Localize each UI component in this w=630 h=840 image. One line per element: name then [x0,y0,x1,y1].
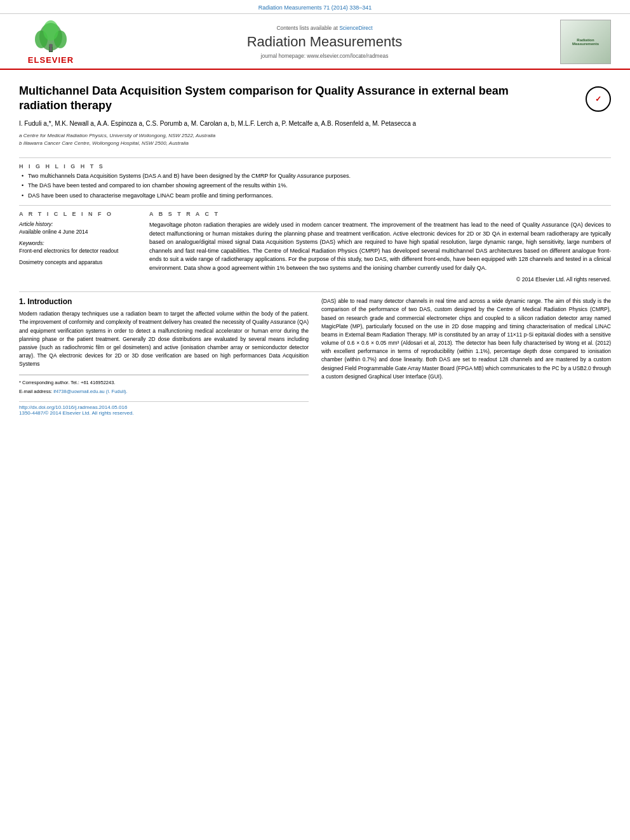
abstract-text: Megavoltage photon radiation therapies a… [149,221,611,272]
intro-heading: 1. Introduction [19,297,309,306]
intro-text-1: Modern radiation therapy techniques use … [19,310,309,368]
svg-point-4 [43,20,58,41]
available-date: Available online 4 June 2014 [19,229,137,235]
crossmark-logo [586,86,611,112]
header-right: RadiationMeasurements [560,20,617,64]
cover-text: RadiationMeasurements [570,36,601,48]
history-label: Article history: [19,221,137,227]
article-title: Multichannel Data Acquisition System com… [19,84,527,114]
contents-text: Contents lists available at [276,25,337,31]
header-section: ELSEVIER Contents lists available at Sci… [0,14,630,70]
body-section: 1. Introduction Modern radiation therapy… [19,291,611,418]
body-col-right: (DAS) able to read many detector channel… [321,297,611,418]
email-label: E-mail address: [19,389,52,394]
keywords-label: Keywords: [19,240,137,246]
main-content: Multichannel Data Acquisition System com… [0,70,630,426]
bottom-bar: http://dx.doi.org/10.1016/j.radmeas.2014… [19,401,309,418]
divider-2 [19,205,611,206]
elsevier-brand: ELSEVIER [28,55,74,65]
body-col-left: 1. Introduction Modern radiation therapy… [19,297,309,418]
email-footnote: E-mail address: if4738@uowmail.edu.au (I… [19,388,309,395]
highlight-item-1: Two multichannels Data Acquisition Syste… [19,172,611,181]
header-center: Contents lists available at ScienceDirec… [89,25,560,59]
keyword-1: Front-end electronics for detector reado… [19,248,137,254]
highlights-heading: H I G H L I G H T S [19,163,611,170]
corresponding-author: * Corresponding author. Tel.: +61 416952… [19,379,309,386]
doi-link-text: http://dx.doi.org/10.1016/j.radmeas.2014… [19,404,309,410]
article-info-abstract: A R T I C L E I N F O Article history: A… [19,211,611,283]
svg-rect-6 [50,48,52,51]
svg-point-5 [49,44,53,48]
email-link[interactable]: if4738@uowmail.edu.au (I. Fuduli). [53,389,127,394]
journal-reference-link[interactable]: Radiation Measurements 71 (2014) 338–341 [258,4,372,11]
body-two-col: 1. Introduction Modern radiation therapy… [19,297,611,418]
elsevier-tree-icon [29,19,73,54]
divider-1 [19,157,611,158]
highlight-item-3: DAS have been used to characterise megav… [19,192,611,201]
abstract-col: A B S T R A C T Megavoltage photon radia… [149,211,611,283]
article-title-section: Multichannel Data Acquisition System com… [19,77,611,152]
header-left: ELSEVIER [13,19,89,65]
affiliations: a Centre for Medical Radiation Physics, … [19,132,527,147]
top-bar: Radiation Measurements 71 (2014) 338–341 [0,0,630,14]
authors-line: I. Fuduli a,*, M.K. Newall a, A.A. Espin… [19,119,527,128]
intro-text-2: (DAS) able to read many detector channel… [321,297,611,381]
journal-homepage: journal homepage: www.elsevier.com/locat… [89,53,560,59]
abstract-heading: A B S T R A C T [149,211,611,217]
contents-line: Contents lists available at ScienceDirec… [89,25,560,31]
elsevier-logo: ELSEVIER [13,19,89,65]
sciencedirect-link[interactable]: ScienceDirect [339,25,372,31]
copyright-line: © 2014 Elsevier Ltd. All rights reserved… [149,276,611,283]
affiliation-a: a Centre for Medical Radiation Physics, … [19,132,527,140]
keyword-2: Dosimetry concepts and apparatus [19,259,137,265]
highlight-item-2: The DAS have been tested and compared to… [19,182,611,190]
issn-text: 1350-4487/© 2014 Elsevier Ltd. All right… [19,410,309,416]
footnote-area: * Corresponding author. Tel.: +61 416952… [19,375,309,395]
article-info-col: A R T I C L E I N F O Article history: A… [19,211,137,283]
journal-title: Radiation Measurements [89,34,560,50]
article-title-block: Multichannel Data Acquisition System com… [19,84,527,147]
journal-cover-image: RadiationMeasurements [560,20,611,64]
highlights-section: H I G H L I G H T S Two multichannels Da… [19,163,611,201]
affiliation-b: b Illawarra Cancer Care Centre, Wollongo… [19,140,527,147]
article-info-heading: A R T I C L E I N F O [19,211,137,217]
page-container: Radiation Measurements 71 (2014) 338–341… [0,0,630,840]
doi-link[interactable]: http://dx.doi.org/10.1016/j.radmeas.2014… [19,404,127,410]
